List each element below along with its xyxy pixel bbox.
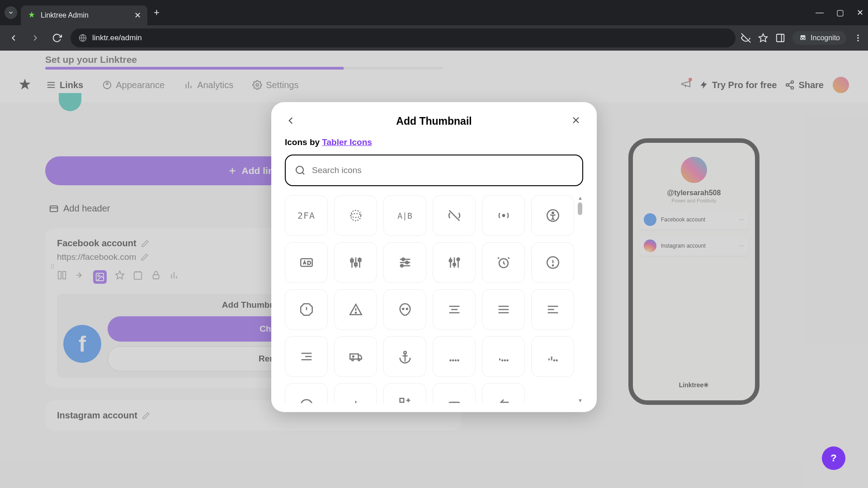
incognito-label: Incognito [811, 34, 840, 42]
svg-point-8 [857, 35, 859, 36]
align-right-icon-option[interactable] [285, 336, 328, 377]
svg-line-50 [302, 173, 304, 174]
svg-point-117 [556, 360, 557, 361]
app-window-icon-option[interactable] [334, 383, 377, 403]
antenna-bars-3-icon-option[interactable] [531, 336, 574, 377]
adjustments-alt-icon-option[interactable] [334, 242, 377, 283]
ad-icon-option[interactable] [285, 242, 328, 283]
adjustments-horizontal-icon-option[interactable] [383, 242, 426, 283]
tab-search-button[interactable] [5, 6, 17, 19]
align-center-icon-option[interactable] [433, 289, 476, 330]
access-point-off-icon-option[interactable] [433, 195, 476, 236]
alert-octagon-icon-option[interactable] [285, 289, 328, 330]
minimize-button[interactable]: ― [816, 8, 824, 18]
icon-search-input[interactable] [312, 165, 573, 175]
access-point-icon-option[interactable] [482, 195, 525, 236]
svg-point-6 [801, 38, 803, 40]
svg-point-85 [406, 308, 407, 310]
incognito-badge[interactable]: Incognito [793, 31, 846, 45]
svg-rect-121 [400, 399, 404, 403]
svg-point-83 [355, 312, 356, 313]
url-text: linktr.ee/admin [92, 33, 142, 42]
scroll-up-icon[interactable]: ▲ [578, 195, 583, 201]
maximize-button[interactable]: ▢ [836, 8, 844, 18]
svg-point-52 [350, 214, 361, 218]
ambulance-icon-option[interactable] [334, 336, 377, 377]
forward-button[interactable] [27, 30, 43, 46]
modal-back-button[interactable] [285, 115, 297, 127]
svg-point-9 [857, 37, 859, 38]
modal-close-button[interactable] [571, 115, 583, 127]
svg-point-79 [552, 265, 553, 266]
side-panel-icon[interactable] [775, 33, 785, 43]
alert-triangle-icon-option[interactable] [334, 289, 377, 330]
svg-line-53 [449, 211, 459, 221]
svg-point-99 [351, 359, 353, 361]
new-tab-button[interactable]: + [154, 7, 160, 19]
svg-point-84 [402, 308, 404, 310]
help-fab[interactable]: ? [822, 446, 845, 470]
tab-close-icon[interactable]: ✕ [134, 10, 141, 20]
icons-attribution: Icons by Tabler Icons [285, 137, 583, 147]
align-justified-icon-option[interactable] [482, 289, 525, 330]
svg-point-107 [453, 360, 453, 361]
archive-icon-option[interactable] [433, 383, 476, 403]
svg-rect-4 [777, 34, 784, 42]
a-b-icon-option[interactable]: A|B [383, 195, 426, 236]
accessible-icon-option[interactable] [531, 195, 574, 236]
antenna-bars-2-icon-option[interactable] [482, 336, 525, 377]
address-bar[interactable]: linktr.ee/admin [71, 28, 736, 47]
browser-tab[interactable]: Linktree Admin ✕ [21, 5, 147, 25]
tabler-icons-link[interactable]: Tabler Icons [322, 137, 372, 147]
svg-point-100 [358, 359, 359, 361]
tab-title: Linktree Admin [41, 11, 130, 19]
incognito-icon [799, 34, 807, 42]
alarm-icon-option[interactable] [482, 242, 525, 283]
browser-toolbar: linktr.ee/admin Incognito [0, 25, 868, 51]
scrollbar-thumb[interactable] [578, 202, 582, 215]
adjustments-icon-option[interactable] [433, 242, 476, 283]
arrow-back-icon-option[interactable] [482, 383, 525, 403]
svg-point-49 [296, 166, 303, 174]
svg-point-56 [552, 212, 553, 214]
back-button[interactable] [5, 30, 22, 46]
svg-point-108 [455, 360, 456, 361]
3d-cube-icon-option[interactable] [334, 195, 377, 236]
browser-menu-icon[interactable] [854, 33, 863, 42]
svg-point-51 [350, 211, 361, 221]
scroll-down-icon[interactable]: ▼ [578, 398, 583, 403]
svg-point-7 [803, 38, 806, 40]
icon-search-field[interactable] [285, 155, 583, 186]
apps-plus-icon-option[interactable] [383, 383, 426, 403]
svg-point-111 [502, 360, 503, 361]
reload-button[interactable] [49, 30, 65, 46]
alien-icon-option[interactable] [383, 289, 426, 330]
browser-tab-strip: Linktree Admin ✕ + ― ▢ ✕ [0, 0, 868, 25]
svg-marker-3 [759, 34, 767, 42]
antenna-bars-1-icon-option[interactable] [433, 336, 476, 377]
window-controls: ― ▢ ✕ [816, 8, 863, 18]
modal-title: Add Thumbnail [297, 115, 571, 127]
site-info-icon[interactable] [79, 34, 87, 42]
svg-point-10 [857, 40, 859, 41]
close-window-button[interactable]: ✕ [857, 8, 863, 18]
search-icon [295, 165, 306, 176]
icon-grid-scrollbar[interactable]: ▲ ▼ [577, 195, 583, 403]
aperture-icon-option[interactable] [285, 383, 328, 403]
icon-grid: 2FAA|B [285, 195, 583, 403]
svg-point-54 [502, 215, 504, 216]
alert-circle-icon-option[interactable] [531, 242, 574, 283]
svg-rect-126 [449, 402, 459, 403]
linktree-favicon-icon [27, 11, 36, 20]
svg-point-116 [553, 360, 554, 361]
svg-point-112 [504, 360, 505, 361]
2fa-icon-option[interactable]: 2FA [285, 195, 328, 236]
add-thumbnail-modal: Add Thumbnail Icons by Tabler Icons 2FAA… [271, 102, 597, 412]
svg-point-109 [458, 360, 458, 361]
anchor-icon-option[interactable] [383, 336, 426, 377]
svg-point-106 [450, 360, 451, 361]
align-left-icon-option[interactable] [531, 289, 574, 330]
bookmark-star-icon[interactable] [758, 33, 768, 43]
eye-off-icon[interactable] [741, 33, 751, 43]
svg-point-113 [507, 360, 508, 361]
